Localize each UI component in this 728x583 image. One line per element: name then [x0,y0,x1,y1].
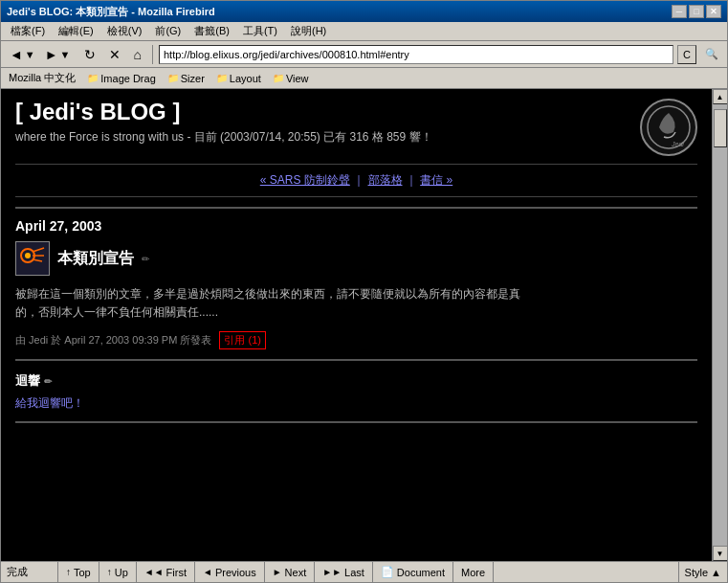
logo-svg: Jedi [645,103,693,151]
search-icon: 🔍 [705,48,718,60]
menu-bar: 檔案(F) 編輯(E) 檢視(V) 前(G) 書籤(B) 工具(T) 說明(H) [1,22,727,41]
window-title: Jedi's BLOG: 本類別宣告 - Mozilla Firebird [7,5,215,19]
divider-mid [15,359,697,361]
back-forward-group: ◄ ▼ ► ▼ [5,44,76,65]
forward-icon: ► [45,47,58,62]
bookmark-layout[interactable]: Layout [212,72,265,85]
title-bar: Jedi's BLOG: 本類別宣告 - Mozilla Firebird ─ … [1,1,727,22]
bookmark-sizer[interactable]: Sizer [164,72,209,85]
title-bar-buttons: ─ □ ✕ [672,5,721,18]
blog-header-section: [ Jedi's BLOG ] where the Force is stron… [15,99,697,156]
back-button[interactable]: ◄ ▼ [5,44,40,65]
up-icon: ↑ [107,567,112,577]
last-label: Last [344,567,364,578]
response-edit-icon[interactable]: ✏ [44,376,52,387]
go-button[interactable]: C [677,45,696,64]
next-label: Next [285,567,307,578]
status-nav-next[interactable]: ► Next [265,562,316,582]
status-nav-previous[interactable]: ◄ Previous [195,562,265,582]
maximize-button[interactable]: □ [689,5,704,18]
menu-edit[interactable]: 編輯(E) [53,23,99,39]
top-icon: ↑ [66,567,71,577]
nav-separator-1: ｜ [353,173,367,187]
divider-bottom [15,421,697,423]
status-nav-last[interactable]: ►► Last [315,562,373,582]
status-nav-top[interactable]: ↑ Top [58,562,99,582]
browser-window: Jedi's BLOG: 本類別宣告 - Mozilla Firebird ─ … [0,0,728,583]
menu-help[interactable]: 說明(H) [285,23,332,39]
bookmarks-bar: Mozilla 中文化 Image Drag Sizer Layout View [1,68,727,89]
post-meta: 由 Jedi 於 April 27, 2003 09:39 PM 所發表 引用 … [15,331,697,349]
close-button[interactable]: ✕ [706,5,721,18]
page-content: [ Jedi's BLOG ] where the Force is stron… [1,89,712,561]
stop-icon: ✕ [109,47,121,62]
blog-logo: Jedi [640,99,697,156]
bookmark-mozilla[interactable]: Mozilla 中文化 [5,70,79,86]
scrollbar[interactable]: ▲ ▼ [712,89,727,561]
first-label: First [166,567,187,578]
svg-text:Jedi: Jedi [671,141,684,147]
scroll-up-button[interactable]: ▲ [713,89,728,104]
post-title-row: 本類別宣告 ✏ [15,241,697,276]
reload-button[interactable]: ↻ [79,44,100,65]
status-nav-up[interactable]: ↑ Up [99,562,137,582]
minimize-button[interactable]: ─ [672,5,687,18]
nav-separator-2: ｜ [406,173,420,187]
bookmark-imagedrag[interactable]: Image Drag [83,72,159,85]
previous-label: Previous [215,567,256,578]
quote-badge[interactable]: 引用 (1) [219,331,266,349]
blog-header-left: [ Jedi's BLOG ] where the Force is stron… [15,99,432,146]
home-icon: ⌂ [134,47,142,62]
response-section-title: 迴響 ✏ [15,372,697,390]
prev-nav-link[interactable]: « SARS 防制鈴聲 [260,173,350,187]
last-icon: ►► [322,567,342,577]
logo-circle: Jedi [640,99,697,156]
response-title-text: 迴響 [15,372,40,390]
response-link[interactable]: 給我迴響吧！ [15,396,84,410]
blog-subtitle: where the Force is strong with us - 目前 (… [15,129,432,146]
style-label: Style ▲ [685,567,721,578]
menu-file[interactable]: 檔案(F) [5,23,51,39]
post-title: 本類別宣告 [57,249,134,269]
menu-view[interactable]: 檢視(V) [101,23,148,39]
post-edit-icon[interactable]: ✏ [142,254,149,264]
first-icon: ◄◄ [144,567,164,577]
back-icon: ◄ [10,47,23,62]
home-button[interactable]: ⌂ [129,44,146,65]
search-button[interactable]: 🔍 [700,45,723,63]
nav-links: « SARS 防制鈴聲 ｜ 部落格 ｜ 書信 » [15,164,697,197]
status-text: 完成 [1,562,58,582]
back-dropdown-icon[interactable]: ▼ [25,49,35,60]
scroll-down-button[interactable]: ▼ [713,546,728,561]
status-nav-more[interactable]: More [453,562,494,582]
scroll-thumb[interactable] [714,109,727,147]
menu-tools[interactable]: 工具(T) [237,23,283,39]
more-label: More [461,567,485,578]
status-style[interactable]: Style ▲ [678,562,727,582]
up-label: Up [115,567,128,578]
top-label: Top [74,567,91,578]
content-area: [ Jedi's BLOG ] where the Force is stron… [1,89,727,561]
svg-line-4 [33,248,44,252]
status-label: 完成 [7,565,28,579]
post-icon-svg [18,244,47,273]
status-nav-document[interactable]: 📄 Document [373,562,453,582]
svg-line-6 [33,259,42,261]
status-nav-first[interactable]: ◄◄ First [137,562,195,582]
menu-bookmarks[interactable]: 書籤(B) [188,23,235,39]
blog-title: [ Jedi's BLOG ] [15,99,432,125]
stop-button[interactable]: ✕ [104,44,125,65]
toolbar: ◄ ▼ ► ▼ ↻ ✕ ⌂ C 🔍 [1,41,727,68]
bookmark-view[interactable]: View [269,72,313,85]
middle-nav-link[interactable]: 部落格 [368,173,403,187]
next-nav-link[interactable]: 書信 » [420,173,452,187]
status-bar: 完成 ↑ Top ↑ Up ◄◄ First ◄ Previous ► Next [1,561,727,582]
scroll-track[interactable] [713,104,727,546]
forward-button[interactable]: ► ▼ [40,44,76,65]
post-body: 被歸在這一個類別的文章，多半是過於煩悶之後做出來的東西，請不要隨便就以為所有的內… [15,285,697,322]
menu-go[interactable]: 前(G) [149,23,187,39]
post-meta-text: 由 Jedi 於 April 27, 2003 09:39 PM 所發表 [15,333,211,348]
reload-icon: ↻ [84,47,96,62]
forward-dropdown-icon[interactable]: ▼ [60,49,71,60]
url-input[interactable] [159,45,673,64]
